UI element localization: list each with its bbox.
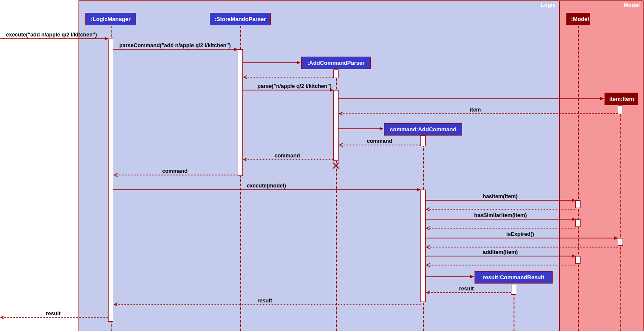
participant-label: :Model: [571, 16, 589, 22]
msg-parse: parse("n/apple q/2 l/kitchen"): [257, 83, 332, 89]
msg-result-1: result: [459, 286, 474, 292]
destroy-icon: [332, 161, 340, 170]
frame-model-label: Model: [623, 2, 640, 8]
participant-model: :Model: [566, 13, 590, 25]
activation-add-command-2: [420, 190, 426, 302]
participant-add-command-parser: :AddCommandParser: [301, 57, 371, 69]
activation-storemando: [238, 49, 243, 176]
activation-cmd-result: [511, 284, 516, 295]
activation-model-2: [575, 219, 581, 227]
msg-result-3: result: [46, 311, 60, 317]
participant-label: :LogicManager: [91, 16, 130, 22]
frame-model: Model: [559, 0, 644, 331]
msg-execute: execute("add n/apple q/2 l/kitchen"): [6, 32, 97, 38]
participant-label: result:CommandResult: [483, 274, 544, 281]
msg-command-3: command: [162, 168, 187, 174]
msg-add-item: addItem(item): [483, 249, 518, 255]
activation-item-2: [618, 238, 623, 246]
msg-parse-command: parseCommand("add n/apple q/2 l/kitchen"…: [119, 42, 231, 48]
participant-command-result: result:CommandResult: [475, 271, 553, 284]
activation-model-3: [575, 256, 581, 264]
participant-storemando-parser: :StoreMandoParser: [210, 13, 271, 25]
activation-logic-manager: [108, 39, 113, 322]
msg-is-expired: isExpired(): [506, 231, 534, 237]
msg-item: item: [470, 107, 481, 113]
msg-has-similar: hasSimilarItem(item): [474, 212, 527, 218]
activation-add-parser-1: [333, 69, 339, 78]
frame-logic-label: Logic: [541, 2, 556, 8]
activation-item-1: [618, 106, 623, 114]
participant-label: :StoreMandoParser: [215, 16, 266, 22]
lifeline-model: [578, 26, 579, 331]
msg-command-2: command: [275, 153, 300, 159]
participant-logic-manager: :LogicManager: [85, 13, 136, 25]
activation-model-1: [575, 200, 581, 208]
msg-has-item: hasItem(item): [483, 193, 517, 199]
participant-item: item:Item: [605, 93, 638, 105]
participant-add-command: command:AddCommand: [384, 123, 462, 136]
activation-add-parser-2: [333, 90, 339, 161]
msg-command-1: command: [367, 138, 392, 144]
participant-label: item:Item: [609, 96, 634, 102]
participant-label: :AddCommandParser: [307, 60, 365, 66]
lifeline-item: [620, 106, 621, 331]
msg-result-2: result: [257, 298, 272, 304]
msg-execute-model: execute(model): [247, 183, 286, 189]
participant-label: command:AddCommand: [390, 126, 457, 133]
activation-add-command-1: [420, 136, 426, 146]
